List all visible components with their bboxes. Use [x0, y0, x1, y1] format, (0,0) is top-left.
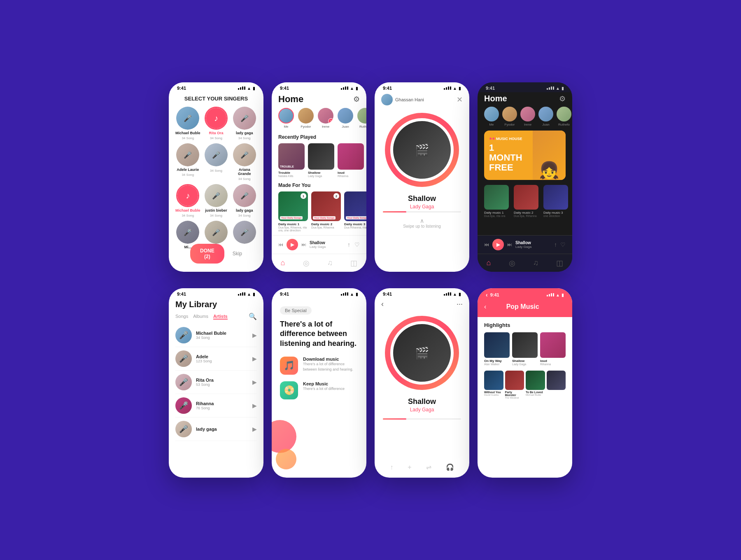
share-icon[interactable]: ↑: [347, 241, 350, 248]
singer-item[interactable]: 🎤 Michael Buble 34 Song: [175, 107, 200, 140]
headphone-icon-np2[interactable]: 🎧: [446, 463, 454, 471]
story-item-dark[interactable]: Fyodor: [502, 107, 517, 126]
prev-icon-dark[interactable]: ⏮: [484, 242, 489, 247]
play-icon[interactable]: ▶: [252, 402, 257, 409]
story-item[interactable]: 5 Ruthefo: [357, 108, 366, 128]
more-item[interactable]: Without You David Guetta: [484, 371, 503, 399]
highlight-item[interactable]: On My Way Alan Walker: [484, 332, 510, 366]
play-icon[interactable]: ▶: [252, 379, 257, 385]
rp-item[interactable]: loud Rihanna: [338, 143, 364, 177]
mfy-item[interactable]: Your Daily Songs 2 Daily music 2 Dua lip…: [311, 191, 341, 232]
more-icon[interactable]: ···: [457, 300, 463, 308]
play-icon[interactable]: ▶: [252, 426, 257, 432]
close-icon[interactable]: ✕: [457, 95, 463, 104]
pop-back-icon[interactable]: ‹: [484, 303, 486, 310]
next-icon[interactable]: ⏭: [301, 242, 306, 247]
keep-icon: 📀: [284, 385, 295, 396]
done-button[interactable]: DONE (2): [190, 244, 224, 264]
dmfy-item[interactable]: Daily music 1 Dua lipa, rita ora: [484, 185, 510, 217]
artist-item[interactable]: 🎤 Rihanna 76 Song ▶: [175, 394, 257, 418]
library-nav-icon[interactable]: ♫: [327, 259, 333, 267]
singer-item[interactable]: ♪ Rita Ora 34 Song: [204, 107, 229, 140]
main-container: 9:41 ▲ ▮ SELECT YOUR SINGERS 🎤: [16, 82, 725, 478]
singer-item[interactable]: ♪ Michael Buble 34 Song: [175, 184, 200, 217]
compass-nav-icon[interactable]: ◎: [303, 259, 310, 268]
story-item[interactable]: Fyodor: [298, 108, 314, 128]
np2-progress-bar[interactable]: [383, 418, 461, 420]
singer-photo: 🎤: [205, 184, 228, 207]
tab-artists[interactable]: Artists: [213, 314, 228, 320]
next-icon-dark[interactable]: ⏭: [507, 242, 512, 247]
back-arrow-8[interactable]: ‹: [486, 292, 488, 298]
singer-item[interactable]: 🎤 34 Song: [204, 143, 229, 181]
dmfy-item[interactable]: Daily music 2 Dua lipa, Rihanna: [514, 185, 540, 217]
singer-item[interactable]: 🎤 Adele Laurie 34 Song: [175, 143, 200, 181]
more-item[interactable]: To Be Loved Michael Buble: [526, 371, 545, 399]
feature-title: Download music: [303, 357, 358, 362]
profile-nav-dark[interactable]: ◫: [556, 259, 563, 268]
settings-icon-dark[interactable]: ⚙: [559, 94, 566, 103]
mini-player-info: Shallow Lady Gaga: [310, 240, 344, 249]
rp-item[interactable]: Trouble Natalia Kills: [278, 143, 305, 177]
highlight-item[interactable]: loud Rihanna: [540, 332, 566, 366]
artist-info: Rita Ora 53 Song: [196, 378, 248, 387]
back-icon[interactable]: ‹: [381, 300, 384, 308]
story-item[interactable]: 1 Irene: [318, 108, 333, 128]
singer-item[interactable]: 🎤 lady gaga 34 Song: [232, 184, 257, 217]
highlight-item[interactable]: Shallow Lady Gaga: [512, 332, 538, 366]
artist-name: Rita Ora: [196, 378, 248, 383]
settings-icon[interactable]: ⚙: [353, 95, 360, 104]
singer-name: lady gaga: [236, 131, 253, 135]
more-title: Party Monster: [505, 391, 524, 397]
search-icon[interactable]: 🔍: [249, 313, 257, 320]
np-header: Ghassan Hani ✕: [375, 92, 469, 109]
more-item[interactable]: [547, 371, 566, 399]
skip-button[interactable]: Skip: [233, 251, 242, 257]
library-nav-dark[interactable]: ♫: [533, 259, 539, 267]
singer-photo: 🎤: [233, 143, 256, 166]
mfy-item[interactable]: Your Daily Songs 1 Daily music 1 Dua lip…: [278, 191, 308, 232]
heart-icon[interactable]: ♡: [354, 241, 360, 248]
artist-item[interactable]: 🎤 Adele 123 Song ▶: [175, 347, 257, 371]
add-icon-np2[interactable]: +: [408, 464, 411, 471]
story-avatar-dark: [502, 107, 517, 121]
tab-songs[interactable]: Songs: [175, 314, 188, 320]
share-icon-np2[interactable]: ↑: [390, 464, 393, 471]
home-nav-dark[interactable]: ⌂: [487, 259, 491, 267]
profile-nav-icon[interactable]: ◫: [350, 259, 357, 268]
shuffle-icon-np2[interactable]: ⇌: [426, 463, 431, 471]
play-icon[interactable]: ▶: [252, 332, 257, 338]
share-icon-dark[interactable]: ↑: [554, 241, 557, 248]
story-item[interactable]: Juan: [338, 108, 353, 128]
story-avatar: [338, 108, 353, 124]
mp-next-icons: ⏭: [301, 242, 306, 247]
np-progress-bar[interactable]: [383, 211, 461, 212]
heart-icon-dark[interactable]: ♡: [560, 241, 566, 248]
singer-item[interactable]: 🎤 Ariana Grande 34 Song: [232, 143, 257, 181]
compass-nav-dark[interactable]: ◎: [509, 259, 515, 268]
story-item-dark[interactable]: Irene: [520, 107, 535, 126]
rp-label: Shallow: [308, 171, 334, 175]
artist-item[interactable]: 🎤 Michael Buble 34 Song ▶: [175, 324, 257, 347]
story-item[interactable]: Me: [278, 108, 294, 128]
more-title: To Be Loved: [526, 391, 545, 394]
story-item-dark[interactable]: Ruthefo: [557, 107, 571, 126]
story-item-dark[interactable]: Juan: [538, 107, 553, 126]
artist-item[interactable]: 🎤 lady gaga ▶: [175, 418, 257, 441]
singer-photo: 🎤: [233, 107, 256, 130]
mfy-item[interactable]: Your Daily Songs 3 Daily music 3 Dua Rih…: [344, 191, 366, 232]
rp-item[interactable]: Shallow Lady Gaga: [308, 143, 334, 177]
play-button-dark[interactable]: ▶: [492, 239, 504, 250]
singer-item[interactable]: 🎤 lady gaga 34 Song: [232, 107, 257, 140]
play-icon[interactable]: ▶: [252, 355, 257, 362]
prev-icon[interactable]: ⏮: [278, 242, 283, 247]
dmfy-item[interactable]: Daily music 3 one direction: [543, 185, 570, 217]
home-nav-icon[interactable]: ⌂: [281, 259, 285, 267]
story-item-dark[interactable]: Me: [484, 107, 499, 126]
play-button[interactable]: ▶: [287, 239, 298, 250]
artist-item[interactable]: 🎤 Rita Ora 53 Song ▶: [175, 371, 257, 394]
singer-item[interactable]: 🎤 justin bieber 34 Song: [204, 184, 229, 217]
mfy-title: Daily music 3: [344, 222, 366, 226]
tab-albums[interactable]: Albums: [193, 314, 208, 320]
more-item[interactable]: Party Monster The Weeknd: [505, 371, 524, 399]
